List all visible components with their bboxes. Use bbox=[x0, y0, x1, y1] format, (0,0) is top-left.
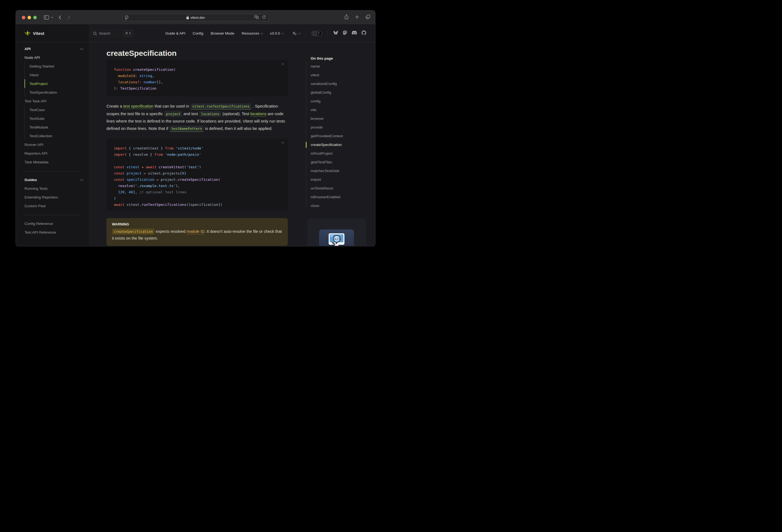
toc-item-globalconfig[interactable]: globalConfig bbox=[306, 88, 371, 97]
sidebar-menu-chevron-icon[interactable] bbox=[51, 16, 54, 18]
new-tab-icon[interactable] bbox=[355, 15, 359, 20]
code-block-example[interactable]: ts import { createVitest } from 'vitest/… bbox=[106, 139, 288, 210]
text-run: Create a bbox=[106, 104, 123, 108]
toc-item-isbrowserenabled[interactable]: isBrowserEnabled bbox=[306, 193, 371, 202]
sidebar-item-testspecification[interactable]: TestSpecification bbox=[25, 88, 82, 97]
share-icon[interactable] bbox=[345, 14, 349, 21]
inline-code: locations bbox=[199, 111, 221, 117]
nav-item-config[interactable]: Config bbox=[193, 31, 203, 35]
language-menu[interactable]: A bbox=[292, 31, 300, 35]
sidebar-item-vitest[interactable]: Vitest bbox=[25, 71, 82, 79]
code-block-signature[interactable]: ts function createSpecification( moduleI… bbox=[106, 60, 288, 96]
back-button[interactable] bbox=[59, 15, 61, 20]
sidebar-item-test-api-reference[interactable]: Test API Reference bbox=[25, 228, 82, 237]
toc-item-vitest[interactable]: vitest bbox=[306, 71, 371, 79]
sidebar-item-getting-started[interactable]: Getting Started bbox=[25, 62, 82, 71]
sidebar-item-guides[interactable]: Guides bbox=[25, 175, 82, 184]
code-language-label: ts bbox=[282, 62, 284, 65]
sidebar-divider bbox=[25, 215, 80, 215]
sidebar-item-test-task-api[interactable]: Test Task API bbox=[25, 97, 82, 105]
on-this-page: On this page namevitestserializedConfigg… bbox=[306, 56, 371, 210]
lock-icon bbox=[186, 16, 189, 19]
text-run: that can be used in bbox=[153, 104, 190, 108]
close-window-button[interactable] bbox=[22, 16, 25, 19]
sidebar-item-testcollection[interactable]: TestCollection bbox=[25, 132, 82, 140]
sidebar-item-custom-pool[interactable]: Custom Pool bbox=[25, 202, 82, 210]
code-line: const specification = project.createSpec… bbox=[114, 176, 282, 183]
sidebar-item-runner-api[interactable]: Runner API bbox=[25, 140, 82, 149]
svg-text:A: A bbox=[295, 33, 297, 35]
divider bbox=[327, 30, 328, 37]
toc-item-name[interactable]: name bbox=[306, 62, 371, 71]
sidebar-item-reporters-api[interactable]: Reporters API bbox=[25, 149, 82, 157]
inline-link-locations[interactable]: locations bbox=[250, 111, 266, 116]
sidebar-item-config-reference[interactable]: Config Reference bbox=[25, 219, 82, 228]
toc-item-createspecification[interactable]: createSpecification bbox=[306, 141, 371, 149]
text-run: (optional). Test bbox=[221, 111, 250, 116]
tab-overview-icon[interactable] bbox=[366, 15, 370, 20]
github-icon[interactable] bbox=[362, 31, 366, 36]
reload-icon[interactable] bbox=[262, 15, 266, 20]
toc-item-vite[interactable]: vite bbox=[306, 106, 371, 114]
site-header: Search ⌘ K Guide & APIConfigBrowser Mode… bbox=[89, 25, 375, 42]
nav-item-resources[interactable]: Resources bbox=[242, 31, 263, 35]
toc-item-matchestestglob[interactable]: matchesTestGlob bbox=[306, 167, 371, 175]
sidebar-item-testsuite[interactable]: TestSuite bbox=[25, 114, 82, 123]
sidebar-item-testproject[interactable]: TestProject bbox=[25, 79, 82, 88]
code-line: import { resolve } from 'node:path/posix… bbox=[114, 151, 282, 157]
site-title: Vitest bbox=[33, 31, 44, 36]
mastodon-icon[interactable] bbox=[343, 31, 347, 36]
inline-link-test-specification[interactable]: test specification bbox=[123, 104, 153, 108]
toc-item-import[interactable]: import bbox=[306, 175, 371, 184]
code-line: locations?: number[], bbox=[114, 79, 282, 85]
inline-code-link-testnamepattern[interactable]: testNamePattern bbox=[170, 126, 204, 132]
forward-button[interactable] bbox=[68, 15, 70, 20]
description-paragraph: Create a test specification that can be … bbox=[106, 103, 288, 132]
url-text: vitest.dev bbox=[190, 16, 205, 20]
toc-item-config[interactable]: config bbox=[306, 97, 371, 106]
minimize-window-button[interactable] bbox=[28, 16, 31, 19]
search-icon bbox=[93, 32, 97, 35]
inline-code-link-vitest-runtestspecifications[interactable]: vitest.runTestSpecifications bbox=[190, 103, 251, 109]
zoom-window-button[interactable] bbox=[33, 16, 37, 19]
sidebar-item-testcase[interactable]: TestCase bbox=[25, 105, 82, 114]
translate-icon[interactable]: A bbox=[254, 15, 259, 20]
toc-item-close[interactable]: close bbox=[306, 202, 371, 210]
toc-item-browser[interactable]: browser bbox=[306, 114, 371, 123]
warning-title: WARNING bbox=[112, 222, 282, 226]
sidebar-item-running-tests[interactable]: Running Tests bbox=[25, 184, 82, 193]
nav-item-browser-mode[interactable]: Browser Mode bbox=[211, 31, 235, 35]
sidebar-item-extending-reporters[interactable]: Extending Reporters bbox=[25, 193, 82, 202]
toc-item-serializedconfig[interactable]: serializedConfig bbox=[306, 79, 371, 88]
nav-item-guide-api[interactable]: Guide & API bbox=[165, 31, 185, 35]
toc-item-ontestsrerun[interactable]: onTestsRerun bbox=[306, 184, 371, 193]
sidebar-item-testmodule[interactable]: TestModule bbox=[25, 123, 82, 132]
dark-mode-toggle[interactable]: ☾ bbox=[311, 31, 322, 36]
toc-item-getprovidedcontext[interactable]: getProvidedContext bbox=[306, 132, 371, 141]
code-line: moduleId: string, bbox=[114, 73, 282, 79]
chevron-down-icon[interactable] bbox=[80, 178, 83, 181]
chevron-down-icon[interactable] bbox=[80, 46, 83, 50]
code-language-label: ts bbox=[282, 141, 284, 144]
toc-item-globtestfiles[interactable]: globTestFiles bbox=[306, 158, 371, 167]
toc-item-provide[interactable]: provide bbox=[306, 123, 371, 132]
browser-toolbar: vitest.dev A bbox=[16, 10, 375, 25]
inline-link-module-id[interactable]: module ID bbox=[186, 229, 205, 234]
translate-icon: A bbox=[292, 31, 297, 35]
sponsor-ad-card[interactable]: </> bbox=[307, 219, 366, 246]
bluesky-icon[interactable] bbox=[333, 31, 338, 36]
discord-icon[interactable] bbox=[352, 31, 357, 36]
reader-view-icon[interactable] bbox=[125, 15, 129, 20]
text-run: is defined, then it will also be applied… bbox=[204, 126, 273, 131]
warning-callout: WARNING createSpecification expects reso… bbox=[106, 218, 288, 246]
sidebar-item-node-api[interactable]: Node API bbox=[25, 53, 82, 62]
nav-item-v3-0-0[interactable]: v3.0.0 bbox=[270, 31, 283, 35]
sidebar-item-api[interactable]: API bbox=[25, 44, 82, 53]
sidebar-item-task-metadata[interactable]: Task Metadata bbox=[25, 157, 82, 166]
toc-item-isrootproject[interactable]: isRootProject bbox=[306, 149, 371, 158]
sidebar-toggle-icon[interactable] bbox=[44, 15, 49, 20]
address-bar[interactable]: vitest.dev A bbox=[122, 14, 269, 21]
code-lines: import { createVitest } from 'vitest/nod… bbox=[114, 145, 282, 208]
vitest-logo[interactable]: Vitest bbox=[16, 25, 89, 42]
search-button[interactable]: Search ⌘ K bbox=[90, 29, 135, 38]
